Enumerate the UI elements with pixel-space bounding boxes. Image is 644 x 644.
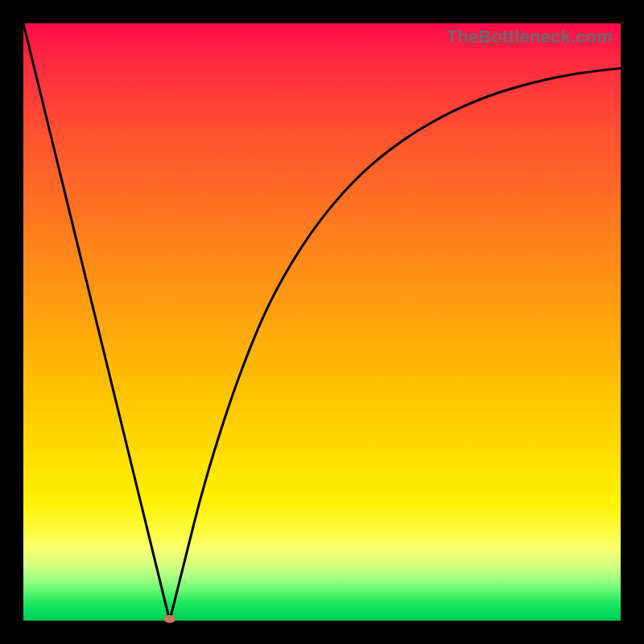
chart-frame: TheBottleneck.com (0, 0, 644, 644)
minimum-marker (164, 615, 175, 623)
plot-area: TheBottleneck.com (23, 23, 621, 621)
bottleneck-curve (23, 23, 621, 621)
